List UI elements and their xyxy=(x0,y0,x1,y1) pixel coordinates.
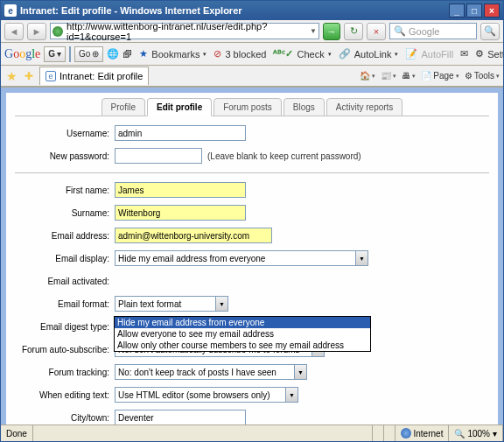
label-email-display: Email display: xyxy=(15,254,115,263)
dropdown-option[interactable]: Allow everyone to see my email address xyxy=(115,328,370,340)
security-zone[interactable]: Internet xyxy=(396,425,450,441)
bookmarks-icon: ★ xyxy=(139,48,148,60)
address-dropdown-icon[interactable]: ▼ xyxy=(310,27,317,35)
back-button[interactable]: ◄ xyxy=(4,23,24,40)
google-menu-button[interactable]: G▾ xyxy=(44,46,66,62)
settings-icon: ⚙ xyxy=(475,48,484,60)
maximize-button[interactable]: □ xyxy=(466,4,482,18)
email-format-select[interactable]: Plain text format▼ xyxy=(115,296,228,312)
window-title: Intranet: Edit profile - Windows Interne… xyxy=(20,5,242,16)
first-name-input[interactable] xyxy=(115,182,246,198)
add-favorites-button[interactable]: ✚ xyxy=(22,69,36,83)
password-hint: (Leave blank to keep current password) xyxy=(207,151,361,161)
tab-profile[interactable]: Profile xyxy=(102,98,145,116)
username-input[interactable] xyxy=(115,125,246,141)
tools-menu[interactable]: ⚙Tools▾ xyxy=(465,71,500,81)
tab-forum-posts[interactable]: Forum posts xyxy=(214,98,282,116)
favorites-center-button[interactable]: ★ xyxy=(4,69,18,83)
dropdown-arrow-icon: ▼ xyxy=(215,297,228,311)
page-viewport[interactable]: Profile Edit profile Forum posts Blogs A… xyxy=(1,88,503,424)
label-surname: Surname: xyxy=(15,208,115,218)
dropdown-arrow-icon: ▼ xyxy=(285,388,298,402)
tab-activity-reports[interactable]: Activity reports xyxy=(326,98,403,116)
page-menu[interactable]: 📄Page▾ xyxy=(421,71,458,81)
tab-title: Intranet: Edit profile xyxy=(60,71,143,81)
forward-button[interactable]: ► xyxy=(27,23,46,40)
toolbar-icon[interactable]: 🌐 xyxy=(107,48,119,60)
dropdown-arrow-icon: ▼ xyxy=(294,365,306,379)
check-button[interactable]: Check xyxy=(297,49,324,60)
minimize-button[interactable]: _ xyxy=(449,4,465,18)
label-username: Username: xyxy=(15,129,115,138)
navigation-toolbar: ◄ ► http://www.wittenborg-intranet.nl/us… xyxy=(1,20,503,43)
email-input[interactable] xyxy=(115,228,272,243)
label-editing-text: When editing text: xyxy=(15,390,115,400)
city-input[interactable] xyxy=(115,410,246,424)
editing-text-select[interactable]: Use HTML editor (some browsers only)▼ xyxy=(115,387,298,403)
tab-blogs[interactable]: Blogs xyxy=(284,98,325,116)
label-email-activated: Email activated: xyxy=(15,277,115,286)
google-logo: Google xyxy=(4,47,40,61)
google-toolbar: Google G▾ Go ⊕ 🌐 🗊 ★ Bookmarks▾ ⊘ 3 bloc… xyxy=(1,43,503,66)
browser-window: e Intranet: Edit profile - Windows Inter… xyxy=(0,0,504,442)
stop-button[interactable]: × xyxy=(367,23,386,40)
browser-tab[interactable]: e Intranet: Edit profile xyxy=(39,67,149,85)
url-text: http://www.wittenborg-intranet.nl/user/e… xyxy=(66,21,304,42)
status-cell xyxy=(361,425,373,441)
close-button[interactable]: × xyxy=(484,4,500,18)
label-email: Email address: xyxy=(15,231,115,241)
status-done: Done xyxy=(1,425,33,441)
google-go-button[interactable]: Go ⊕ xyxy=(74,46,103,62)
feeds-button[interactable]: 📰▾ xyxy=(381,71,396,81)
globe-icon xyxy=(401,428,411,438)
label-city: City/town: xyxy=(15,413,115,423)
search-box[interactable]: 🔍Google xyxy=(389,23,477,39)
spellcheck-icon: ᴬᴮᶜ✓ xyxy=(273,48,293,60)
content-area: Profile Edit profile Forum posts Blogs A… xyxy=(1,87,503,424)
toolbar-icon[interactable]: 🗊 xyxy=(122,49,132,60)
send-icon[interactable]: ✉ xyxy=(460,48,468,60)
popup-blocked-icon: ⊘ xyxy=(214,48,221,60)
label-email-format: Email format: xyxy=(15,299,115,309)
autolink-button[interactable]: AutoLink xyxy=(354,49,392,60)
settings-button[interactable]: Settings xyxy=(487,49,503,60)
status-cell xyxy=(373,425,384,441)
tab-edit-profile[interactable]: Edit profile xyxy=(147,98,212,116)
status-bar: Done Internet 🔍 100% ▾ xyxy=(1,424,503,441)
autolink-icon: 🔗 xyxy=(339,48,351,60)
email-display-select[interactable]: Hide my email address from everyone▼ xyxy=(115,250,368,266)
blocked-count[interactable]: 3 blocked xyxy=(225,49,266,60)
go-button[interactable]: → xyxy=(323,23,340,40)
dropdown-option[interactable]: Allow only other course members to see m… xyxy=(115,340,370,351)
autofill-button[interactable]: AutoFill xyxy=(421,49,453,60)
profile-tabs: Profile Edit profile Forum posts Blogs A… xyxy=(15,93,489,116)
refresh-button[interactable]: ↻ xyxy=(344,23,363,40)
tracking-select[interactable]: No: don't keep track of posts I have see… xyxy=(115,364,307,380)
label-first-name: First name: xyxy=(15,186,115,195)
ie-icon: e xyxy=(4,4,17,17)
status-cell xyxy=(384,425,396,441)
tab-ie-icon: e xyxy=(46,71,56,81)
email-display-dropdown-list: Hide my email address from everyone Allo… xyxy=(114,316,371,352)
print-button[interactable]: 🖶▾ xyxy=(402,71,416,81)
zoom-level[interactable]: 🔍 100% ▾ xyxy=(449,425,503,441)
autofill-icon: 📝 xyxy=(405,48,417,60)
label-digest-type: Email digest type: xyxy=(15,322,115,332)
dropdown-arrow-icon: ▼ xyxy=(355,251,368,265)
search-go-button[interactable]: 🔍 xyxy=(480,23,500,40)
globe-icon xyxy=(52,26,63,37)
label-new-password: New password: xyxy=(15,151,115,161)
label-tracking: Forum tracking: xyxy=(15,368,115,377)
address-bar[interactable]: http://www.wittenborg-intranet.nl/user/e… xyxy=(50,23,319,39)
bookmarks-button[interactable]: Bookmarks xyxy=(151,49,200,60)
dropdown-option[interactable]: Hide my email address from everyone xyxy=(115,317,370,328)
home-button[interactable]: 🏠▾ xyxy=(360,71,375,81)
title-bar: e Intranet: Edit profile - Windows Inter… xyxy=(1,1,503,20)
new-password-input[interactable] xyxy=(115,148,202,164)
profile-panel: Profile Edit profile Forum posts Blogs A… xyxy=(6,93,498,424)
label-auto-subscribe: Forum auto-subscribe: xyxy=(15,345,115,354)
search-placeholder: Google xyxy=(409,26,439,37)
google-search-input[interactable] xyxy=(69,46,71,62)
tab-bar: ★ ✚ e Intranet: Edit profile 🏠▾ 📰▾ 🖶▾ 📄P… xyxy=(1,66,503,87)
surname-input[interactable] xyxy=(115,205,246,221)
